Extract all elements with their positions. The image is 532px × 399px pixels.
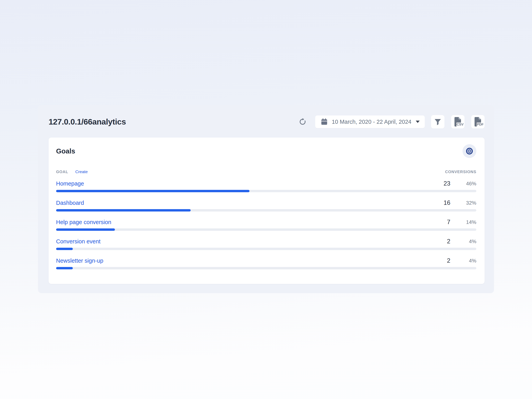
goal-progress-track xyxy=(56,190,476,192)
create-goal-link[interactable]: Create xyxy=(75,169,88,174)
refresh-button[interactable] xyxy=(298,117,307,127)
goal-row: Help page conversion 7 14% xyxy=(56,218,476,231)
goal-conversions-percent: 32% xyxy=(450,199,476,207)
goal-conversions-percent: 14% xyxy=(450,218,476,226)
goal-link[interactable]: Homepage xyxy=(56,180,427,188)
goals-column-headers: GOAL Create CONVERSIONS xyxy=(56,169,476,174)
goal-row: Homepage 23 46% xyxy=(56,180,476,192)
goal-row: Dashboard 16 32% xyxy=(56,199,476,211)
goal-row-line: Newsletter sign-up 2 4% xyxy=(56,257,476,265)
goal-conversions-count: 7 xyxy=(427,218,450,226)
calendar-icon xyxy=(320,118,328,126)
analytics-panel: 127.0.0.1/66analytics 10 March, 2020 - 2… xyxy=(38,105,494,293)
date-range-label: 10 March, 2020 - 22 April, 2024 xyxy=(332,119,412,125)
goals-card-header: Goals xyxy=(56,138,476,158)
chevron-down-icon xyxy=(416,120,420,123)
export-pdf-button[interactable]: PDF xyxy=(471,115,485,128)
goal-row-line: Conversion event 2 4% xyxy=(56,237,476,245)
goal-progress-track xyxy=(56,228,476,231)
goal-progress-track xyxy=(56,209,476,211)
goal-conversions-percent: 4% xyxy=(450,257,476,265)
page-title: 127.0.0.1/66analytics xyxy=(49,117,298,127)
filter-icon xyxy=(434,118,442,126)
header-controls: 10 March, 2020 - 22 April, 2024 CSV xyxy=(298,115,485,128)
goal-link[interactable]: Conversion event xyxy=(56,237,427,245)
goal-progress-track xyxy=(56,248,476,250)
goal-row-line: Homepage 23 46% xyxy=(56,180,476,188)
goal-conversions-percent: 4% xyxy=(450,237,476,245)
goal-progress-fill xyxy=(56,267,73,269)
goals-target-button[interactable] xyxy=(462,144,476,158)
goal-conversions-count: 16 xyxy=(427,199,450,207)
pdf-file-icon: PDF xyxy=(474,117,482,127)
export-csv-button[interactable]: CSV xyxy=(451,115,464,128)
goal-row: Newsletter sign-up 2 4% xyxy=(56,257,476,269)
goal-row: Conversion event 2 4% xyxy=(56,237,476,250)
goal-row-line: Help page conversion 7 14% xyxy=(56,218,476,226)
goal-conversions-count: 2 xyxy=(427,257,450,265)
date-range-picker[interactable]: 10 March, 2020 - 22 April, 2024 xyxy=(315,115,425,128)
column-header-goal: GOAL xyxy=(56,170,68,174)
pdf-file-label: PDF xyxy=(477,123,484,127)
goal-conversions-count: 2 xyxy=(427,237,450,245)
goals-list: Homepage 23 46% Dashboard 16 32% Help pa… xyxy=(56,180,476,269)
goals-title: Goals xyxy=(56,147,462,155)
target-icon xyxy=(466,147,473,155)
goal-link[interactable]: Help page conversion xyxy=(56,218,427,226)
goals-card: Goals GOAL Create CONVERSIONS Homepage 2… xyxy=(49,138,485,284)
goal-progress-fill xyxy=(56,209,191,211)
column-header-conversions: CONVERSIONS xyxy=(445,170,476,174)
goal-progress-fill xyxy=(56,190,249,192)
goal-link[interactable]: Newsletter sign-up xyxy=(56,257,427,265)
filter-button[interactable] xyxy=(431,115,444,128)
csv-file-icon: CSV xyxy=(454,117,462,127)
goal-conversions-count: 23 xyxy=(427,180,450,188)
panel-header: 127.0.0.1/66analytics 10 March, 2020 - 2… xyxy=(38,105,494,128)
goal-progress-fill xyxy=(56,248,73,250)
goal-row-line: Dashboard 16 32% xyxy=(56,199,476,207)
refresh-icon xyxy=(298,117,307,126)
goal-progress-fill xyxy=(56,228,115,231)
goal-link[interactable]: Dashboard xyxy=(56,199,427,207)
goal-conversions-percent: 46% xyxy=(450,180,476,188)
goal-progress-track xyxy=(56,267,476,269)
csv-file-label: CSV xyxy=(456,123,464,127)
